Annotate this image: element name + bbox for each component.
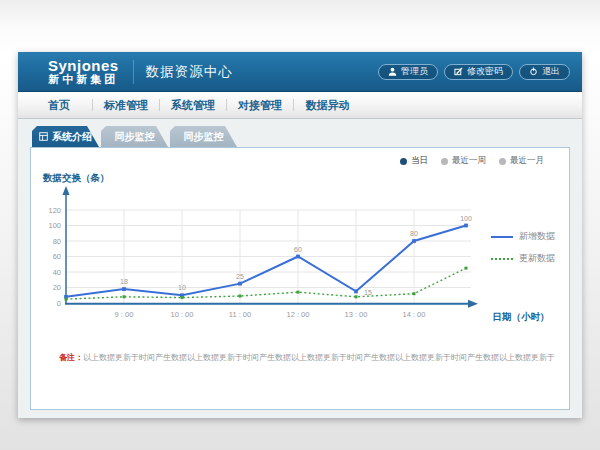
header-action-label: 修改密码 — [467, 65, 503, 78]
svg-text:10: 10 — [178, 284, 186, 291]
page-card: Synjones 新中新集团 数据资源中心 管理员修改密码退出 首页标准管理系统… — [18, 52, 582, 418]
legend-label: 更新数据 — [519, 252, 555, 265]
svg-text:80: 80 — [410, 230, 418, 237]
tab-label: 系统介绍 — [52, 130, 92, 144]
svg-text:60: 60 — [53, 252, 61, 261]
nav-item-4[interactable]: 数据异动 — [294, 99, 361, 111]
svg-text:100: 100 — [48, 221, 61, 230]
content-area: 系统介绍同步监控同步监控 当日最近一周最近一月 0204060801001209… — [18, 119, 582, 418]
nav-item-3[interactable]: 对接管理 — [227, 99, 294, 111]
form-icon — [39, 132, 48, 141]
chart-panel: 当日最近一周最近一月 0204060801001209 : 0010 : 001… — [30, 147, 570, 410]
filter-label: 最近一月 — [510, 155, 544, 167]
svg-text:9 : 00: 9 : 00 — [115, 310, 134, 319]
svg-text:0: 0 — [57, 299, 61, 308]
legend-swatch-icon — [491, 258, 513, 260]
nav-item-0[interactable]: 首页 — [26, 99, 93, 111]
nav-item-2[interactable]: 系统管理 — [160, 99, 227, 111]
radio-dot-icon — [400, 158, 407, 165]
svg-text:80: 80 — [53, 237, 61, 246]
tab-label: 同步监控 — [115, 130, 155, 144]
legend-item-1[interactable]: 更新数据 — [491, 252, 555, 265]
brand-logo: Synjones 新中新集团 — [48, 58, 119, 85]
svg-text:14 : 00: 14 : 00 — [403, 310, 426, 319]
app-title: 数据资源中心 — [146, 63, 233, 81]
svg-text:12 : 00: 12 : 00 — [287, 310, 310, 319]
svg-text:11 : 00: 11 : 00 — [229, 310, 251, 319]
tab-2[interactable]: 同步监控 — [170, 126, 237, 147]
filter-0[interactable]: 当日 — [400, 155, 428, 167]
edit-icon — [454, 67, 463, 76]
filter-2[interactable]: 最近一月 — [499, 155, 544, 167]
radio-dot-icon — [499, 158, 506, 165]
filter-label: 当日 — [411, 155, 428, 167]
series-legend: 新增数据更新数据 — [491, 230, 555, 274]
svg-text:20: 20 — [53, 283, 61, 292]
legend-label: 新增数据 — [519, 230, 555, 243]
header-action-admin[interactable]: 管理员 — [378, 64, 438, 80]
svg-text:100: 100 — [460, 215, 472, 222]
app-header: Synjones 新中新集团 数据资源中心 管理员修改密码退出 — [18, 52, 582, 92]
tab-bar: 系统介绍同步监控同步监控 — [32, 126, 237, 147]
legend-swatch-icon — [491, 236, 513, 238]
legend-item-0[interactable]: 新增数据 — [491, 230, 555, 243]
svg-text:日期（小时）: 日期（小时） — [493, 311, 550, 323]
header-action-label: 管理员 — [401, 65, 428, 78]
header-divider — [133, 60, 134, 84]
header-action-change-password[interactable]: 修改密码 — [444, 64, 513, 80]
tab-0[interactable]: 系统介绍 — [32, 126, 99, 147]
tab-1[interactable]: 同步监控 — [101, 126, 168, 147]
svg-text:15: 15 — [364, 289, 372, 296]
svg-text:13 : 00: 13 : 00 — [345, 310, 368, 319]
footer-note-label: 备注： — [59, 353, 83, 362]
radio-dot-icon — [441, 158, 448, 165]
brand-logo-cn: 新中新集团 — [48, 74, 119, 86]
brand-logo-en: Synjones — [48, 58, 119, 74]
filter-1[interactable]: 最近一周 — [441, 155, 486, 167]
nav-item-1[interactable]: 标准管理 — [93, 99, 160, 111]
header-actions: 管理员修改密码退出 — [378, 52, 570, 91]
header-action-logout[interactable]: 退出 — [519, 64, 570, 80]
svg-text:数据交换（条）: 数据交换（条） — [42, 172, 110, 184]
svg-text:18: 18 — [120, 278, 128, 285]
svg-text:60: 60 — [294, 246, 302, 253]
range-filters: 当日最近一周最近一月 — [400, 155, 544, 167]
power-icon — [529, 67, 538, 76]
svg-text:120: 120 — [48, 206, 61, 215]
header-action-label: 退出 — [542, 65, 560, 78]
svg-text:10 : 00: 10 : 00 — [171, 310, 194, 319]
main-nav: 首页标准管理系统管理对接管理数据异动 — [18, 92, 582, 119]
line-chart: 0204060801001209 : 0010 : 0011 : 0012 : … — [37, 170, 565, 355]
filter-label: 最近一周 — [452, 155, 486, 167]
footer-note-text: 以上数据更新于时间产生数据以上数据更新于时间产生数据以上数据更新于时间产生数据以… — [83, 353, 555, 362]
user-icon — [388, 67, 397, 76]
tab-label: 同步监控 — [184, 130, 224, 144]
svg-text:25: 25 — [236, 273, 244, 280]
footer-note: 备注：以上数据更新于时间产生数据以上数据更新于时间产生数据以上数据更新于时间产生… — [59, 352, 563, 363]
svg-text:40: 40 — [53, 268, 61, 277]
